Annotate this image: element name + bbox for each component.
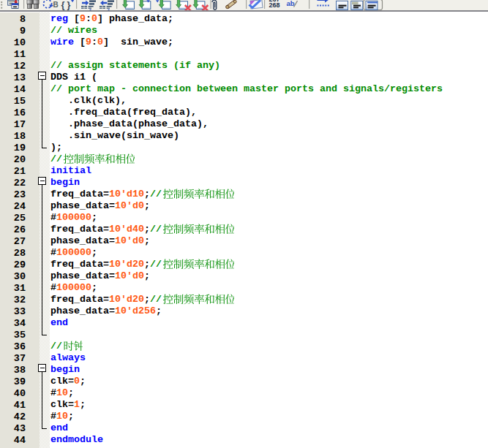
svg-text:}: } bbox=[67, 0, 71, 10]
svg-text:ab: ab bbox=[287, 0, 295, 7]
svg-text:B: B bbox=[53, 1, 59, 9]
svg-text:{: { bbox=[61, 0, 65, 10]
svg-text:268: 268 bbox=[269, 1, 280, 9]
